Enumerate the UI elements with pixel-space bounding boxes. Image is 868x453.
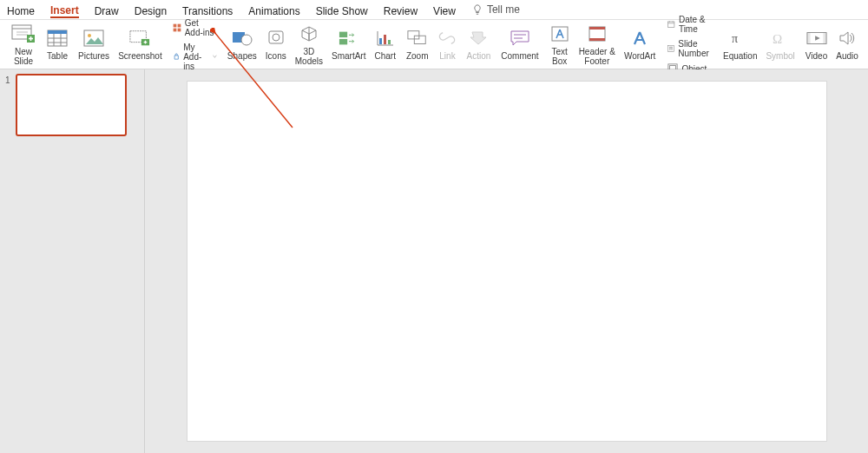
zoom-icon [407, 28, 428, 49]
symbol-label: Symbol [766, 51, 794, 61]
svg-line-54 [214, 32, 293, 128]
slide-thumbnail[interactable] [16, 74, 127, 136]
svg-rect-21 [173, 28, 176, 31]
svg-rect-40 [589, 27, 605, 30]
lightbulb-icon [471, 3, 483, 16]
tab-draw[interactable]: Draw [95, 2, 119, 17]
video-button[interactable]: Video [806, 28, 827, 61]
wordart-button[interactable]: WordArt [624, 28, 656, 61]
tab-review[interactable]: Review [384, 2, 418, 17]
tab-insert[interactable]: Insert [50, 1, 79, 18]
textbox-button[interactable]: Text Box [549, 23, 570, 66]
svg-rect-27 [339, 32, 347, 37]
thumbnail-number: 1 [5, 74, 16, 85]
tab-design[interactable]: Design [135, 2, 167, 17]
tab-transitions[interactable]: Transitions [182, 2, 233, 17]
slide-number-label: Slide Number [678, 39, 713, 58]
svg-rect-19 [173, 23, 176, 27]
link-button: Link [437, 28, 457, 61]
workspace: 1 [0, 69, 868, 453]
slide-thumbnails-pane[interactable]: 1 [0, 69, 145, 453]
comment-icon [510, 28, 530, 49]
chart-icon [375, 28, 396, 49]
svg-rect-20 [177, 23, 181, 27]
3d-models-label: 3D Models [295, 47, 323, 66]
action-label: Action [466, 51, 490, 61]
header-footer-icon [587, 23, 608, 44]
svg-rect-28 [339, 39, 347, 44]
equation-icon: π [730, 28, 751, 49]
3d-models-button[interactable]: 3D Models [295, 23, 323, 66]
screenshot-button[interactable]: Screenshot [118, 28, 162, 61]
svg-rect-34 [408, 31, 419, 39]
tab-home[interactable]: Home [7, 2, 35, 17]
tab-slideshow[interactable]: Slide Show [316, 2, 368, 17]
svg-rect-22 [177, 28, 181, 31]
svg-rect-31 [379, 38, 382, 44]
new-slide-label: New Slide [14, 47, 33, 66]
video-icon [806, 28, 827, 49]
comment-button[interactable]: Comment [501, 28, 538, 61]
annotation-arrow [210, 28, 297, 132]
svg-rect-53 [823, 33, 826, 44]
date-time-button[interactable]: Date & Time [667, 15, 713, 34]
svg-rect-41 [589, 38, 605, 41]
equation-button[interactable]: π Equation [723, 28, 757, 61]
thumbnail-row[interactable]: 1 [0, 74, 144, 136]
tell-me[interactable]: Tell me [471, 3, 520, 16]
ribbon: New Slide Table Pictures Screenshot [0, 19, 868, 69]
pictures-button[interactable]: Pictures [78, 28, 109, 61]
ribbon-tabs: Home Insert Draw Design Transitions Anim… [0, 0, 868, 19]
tab-animations[interactable]: Animations [248, 2, 299, 17]
comment-label: Comment [501, 51, 538, 61]
action-button: Action [466, 28, 490, 61]
audio-button[interactable]: Audio [836, 28, 858, 61]
screenshot-icon [129, 28, 150, 49]
svg-rect-52 [806, 33, 810, 44]
hash-icon [667, 43, 674, 54]
table-button[interactable]: Table [47, 28, 68, 61]
slide-canvas[interactable] [187, 82, 826, 441]
audio-label: Audio [836, 51, 858, 61]
video-label: Video [806, 51, 827, 61]
audio-icon [837, 28, 858, 49]
symbol-button: Ω Symbol [766, 28, 794, 61]
tab-view[interactable]: View [433, 2, 456, 17]
pictures-icon [83, 28, 104, 49]
symbol-icon: Ω [770, 28, 791, 49]
action-icon [468, 28, 489, 49]
link-label: Link [439, 51, 455, 61]
svg-point-14 [88, 34, 91, 37]
smartart-icon [339, 28, 359, 49]
svg-rect-33 [388, 40, 391, 44]
zoom-label: Zoom [406, 51, 429, 61]
svg-rect-38 [552, 27, 568, 41]
equation-label: Equation [723, 51, 757, 61]
calendar-icon [667, 19, 675, 30]
tell-me-label: Tell me [487, 3, 520, 16]
zoom-button[interactable]: Zoom [406, 28, 429, 61]
svg-text:Ω: Ω [773, 32, 782, 46]
chart-label: Chart [374, 51, 395, 61]
header-footer-label: Header & Footer [579, 47, 615, 66]
textbox-icon [549, 23, 570, 44]
pictures-label: Pictures [78, 51, 109, 61]
link-icon [437, 28, 457, 49]
chart-button[interactable]: Chart [374, 28, 395, 61]
table-label: Table [47, 51, 68, 61]
smartart-button[interactable]: SmartArt [332, 28, 365, 61]
cube-icon [299, 23, 319, 44]
wordart-icon [629, 28, 650, 49]
svg-rect-42 [668, 22, 674, 28]
svg-text:π: π [732, 32, 738, 45]
screenshot-label: Screenshot [118, 51, 162, 61]
new-slide-button[interactable]: New Slide [10, 23, 36, 66]
table-icon [47, 28, 68, 49]
svg-rect-35 [414, 36, 425, 43]
slide-number-button[interactable]: Slide Number [667, 39, 713, 58]
wordart-label: WordArt [624, 51, 656, 61]
svg-rect-32 [384, 35, 386, 44]
header-footer-button[interactable]: Header & Footer [579, 23, 615, 66]
new-slide-icon [10, 23, 36, 44]
svg-rect-8 [48, 30, 67, 34]
